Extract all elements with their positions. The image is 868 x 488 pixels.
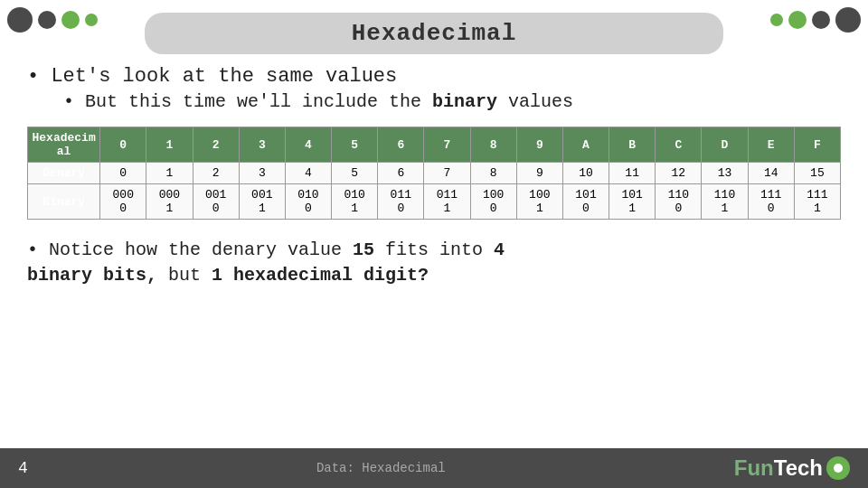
- binary-3: 0011: [239, 184, 285, 220]
- table-header-C: C: [656, 127, 702, 163]
- binary-9: 1001: [516, 184, 562, 220]
- bottom-bar: 4 Data: Hexadecimal FunTech: [0, 448, 868, 488]
- table-header-8: 8: [470, 127, 516, 163]
- notice-bold-15: 15: [353, 239, 374, 260]
- denary-15: 15: [794, 163, 840, 184]
- circle-green-md: [61, 11, 80, 29]
- denary-0: 0: [100, 163, 146, 184]
- notice-line1-prefix: • Notice how the denary value: [27, 239, 353, 260]
- circle-dark-md: [38, 11, 56, 29]
- table-header-F: F: [794, 127, 840, 163]
- circle-dark-md-r: [812, 11, 830, 29]
- bottom-notice: • Notice how the denary value 15 fits in…: [27, 238, 841, 288]
- footer-center-text: Data: Hexadecimal: [316, 461, 446, 475]
- denary-10: 10: [562, 163, 609, 184]
- denary-11: 11: [609, 163, 656, 184]
- corner-decoration-tl: [7, 7, 98, 33]
- table-header-1: 1: [146, 127, 193, 163]
- table-header-6: 6: [378, 127, 424, 163]
- slide-title: Hexadecimal: [163, 20, 705, 47]
- denary-row: Denary 0 1 2 3 4 5 6 7 8 9 10 11 12 13 1…: [28, 163, 841, 184]
- denary-12: 12: [656, 163, 702, 184]
- funtech-logo: FunTech: [734, 455, 850, 481]
- denary-1: 1: [146, 163, 193, 184]
- denary-3: 3: [239, 163, 285, 184]
- table-header-7: 7: [424, 127, 470, 163]
- circle-green-sm-r: [770, 14, 783, 26]
- sub-bold: binary: [432, 91, 497, 112]
- binary-1: 0001: [146, 184, 193, 220]
- circle-green-sm: [85, 14, 98, 26]
- notice-line2-bold: 1 hexadecimal digit?: [212, 265, 429, 286]
- table-header-D: D: [702, 127, 748, 163]
- table-header-E: E: [748, 127, 794, 163]
- logo-tech-text: Tech: [774, 455, 823, 481]
- circle-dark-lg: [7, 7, 33, 33]
- page-number: 4: [18, 459, 28, 477]
- corner-decoration-tr: [770, 7, 861, 33]
- denary-9: 9: [516, 163, 562, 184]
- slide: Hexadecimal • Let's look at the same val…: [0, 0, 868, 488]
- binary-E: 1110: [748, 184, 794, 220]
- binary-2: 0010: [193, 184, 239, 220]
- table-header-4: 4: [285, 127, 331, 163]
- notice-line2-mid: but: [157, 265, 212, 286]
- logo-fun-text: Fun: [734, 455, 774, 481]
- binary-label: Binary: [28, 184, 100, 220]
- logo-circle: [826, 456, 850, 480]
- notice-line1-mid: fits into: [374, 239, 494, 260]
- binary-row: Binary 0000 0001 0010 0011 0100 0101 011…: [28, 184, 841, 220]
- notice-bold-4: 4: [494, 239, 505, 260]
- binary-F: 1111: [794, 184, 840, 220]
- denary-6: 6: [378, 163, 424, 184]
- denary-8: 8: [470, 163, 516, 184]
- binary-4: 0100: [285, 184, 331, 220]
- binary-8: 1000: [470, 184, 516, 220]
- binary-6: 0110: [378, 184, 424, 220]
- circle-green-md-r: [788, 11, 807, 29]
- table-header-2: 2: [193, 127, 239, 163]
- table-header-B: B: [609, 127, 656, 163]
- binary-B: 1011: [609, 184, 656, 220]
- bullet-sub: • But this time we'll include the binary…: [63, 91, 841, 112]
- binary-5: 0101: [332, 184, 378, 220]
- binary-A: 1010: [562, 184, 609, 220]
- logo-circle-inner: [834, 464, 843, 473]
- sub-prefix: • But this time we'll include the: [63, 91, 432, 112]
- bullet-main: • Let's look at the same values: [27, 65, 841, 88]
- table-header-5: 5: [332, 127, 378, 163]
- denary-5: 5: [332, 163, 378, 184]
- binary-7: 0111: [424, 184, 470, 220]
- sub-suffix: values: [497, 91, 573, 112]
- binary-C: 1100: [656, 184, 702, 220]
- denary-14: 14: [748, 163, 794, 184]
- table-header-9: 9: [516, 127, 562, 163]
- hex-table: Hexadecimal 0 1 2 3 4 5 6 7 8 9 A B C D …: [27, 127, 841, 220]
- table-header-3: 3: [239, 127, 285, 163]
- denary-2: 2: [193, 163, 239, 184]
- table-header-A: A: [562, 127, 609, 163]
- notice-line2-prefix: binary bits,: [27, 265, 157, 286]
- denary-label: Denary: [28, 163, 100, 184]
- circle-dark-lg-r: [835, 7, 861, 33]
- denary-4: 4: [285, 163, 331, 184]
- binary-D: 1101: [702, 184, 748, 220]
- denary-7: 7: [424, 163, 470, 184]
- title-bar: Hexadecimal: [145, 13, 723, 54]
- binary-0: 0000: [100, 184, 146, 220]
- content-area: • Let's look at the same values • But th…: [27, 65, 841, 288]
- table-header-0: 0: [100, 127, 146, 163]
- denary-13: 13: [702, 163, 748, 184]
- table-header-hex: Hexadecimal: [28, 127, 100, 163]
